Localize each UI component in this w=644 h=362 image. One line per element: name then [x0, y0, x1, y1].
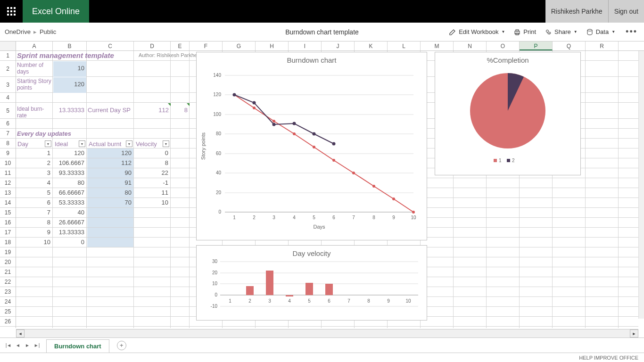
- breadcrumb-folder[interactable]: Public: [40, 28, 56, 35]
- svg-rect-5: [14, 10, 16, 12]
- row-header-22[interactable]: 22: [0, 277, 16, 287]
- filter-button[interactable]: ▼: [163, 140, 169, 147]
- tab-nav-next[interactable]: ►: [23, 343, 32, 348]
- svg-text:4: 4: [288, 298, 291, 304]
- burndown-chart[interactable]: Burndown chart 020406080100120140 123456…: [196, 52, 427, 240]
- column-header-G[interactable]: G: [223, 41, 256, 50]
- column-header-C[interactable]: C: [87, 41, 134, 50]
- data-button[interactable]: Data▼: [586, 28, 615, 36]
- row-header-14[interactable]: 14: [0, 198, 16, 208]
- row-header-12[interactable]: 12: [0, 178, 16, 188]
- add-sheet-button[interactable]: +: [117, 341, 126, 350]
- column-header-K[interactable]: K: [355, 41, 388, 50]
- column-header-A[interactable]: A: [16, 41, 53, 50]
- current-sp-label: Current Day SP: [88, 107, 131, 114]
- scroll-right-button[interactable]: ►: [630, 329, 638, 337]
- table-cell: 10: [134, 198, 170, 207]
- row-header-10[interactable]: 10: [0, 158, 16, 168]
- row-header-20[interactable]: 20: [0, 257, 16, 267]
- table-cell: 1: [17, 148, 52, 158]
- row-header-4[interactable]: 4: [0, 93, 16, 103]
- table-cell: 7: [17, 208, 52, 217]
- row-header-21[interactable]: 21: [0, 267, 16, 277]
- row-header-7[interactable]: 7: [0, 129, 16, 139]
- row-header-2[interactable]: 2: [0, 61, 16, 77]
- table-cell: 6: [17, 198, 52, 207]
- app-launcher-button[interactable]: [0, 0, 23, 23]
- row-header-13[interactable]: 13: [0, 188, 16, 198]
- row-header-25[interactable]: 25: [0, 307, 16, 317]
- more-button[interactable]: •••: [624, 27, 639, 37]
- bar-chart-svg: -100102030 12345678910: [197, 259, 427, 318]
- num-days-label: Number of days: [17, 62, 53, 75]
- filter-button[interactable]: ▼: [79, 140, 85, 147]
- cells-area[interactable]: Sprint management template Author: Rishi…: [16, 51, 644, 328]
- row-header-26[interactable]: 26: [0, 317, 16, 327]
- breadcrumb-root[interactable]: OneDrive: [5, 28, 31, 35]
- tab-nav-first[interactable]: |◄: [4, 343, 13, 348]
- vertical-scrollbar[interactable]: [638, 51, 644, 319]
- row-header-3[interactable]: 3: [0, 77, 16, 93]
- table-cell: 112: [87, 158, 133, 168]
- column-header-D[interactable]: D: [134, 41, 171, 50]
- signout-button[interactable]: Sign out: [608, 0, 644, 23]
- tab-nav-prev[interactable]: ◄: [13, 343, 23, 348]
- share-button[interactable]: Share▼: [545, 28, 578, 36]
- row-header-16[interactable]: 16: [0, 218, 16, 228]
- app-brand: Excel Online: [23, 0, 89, 23]
- row-header-27[interactable]: 27: [0, 327, 16, 328]
- scroll-left-button[interactable]: ◄: [16, 329, 25, 337]
- select-all-corner[interactable]: [0, 41, 16, 50]
- column-header-P[interactable]: P: [520, 41, 553, 50]
- horizontal-scrollbar[interactable]: ◄ ►: [16, 329, 638, 337]
- filter-button[interactable]: ▼: [126, 140, 132, 147]
- table-cell: 9: [17, 228, 52, 237]
- column-header-R[interactable]: R: [586, 41, 619, 50]
- sheet-tab-active[interactable]: Burndown chart: [46, 339, 109, 353]
- current-sp-value: 112: [135, 107, 170, 114]
- share-icon: [545, 28, 552, 36]
- column-header-Q[interactable]: Q: [553, 41, 586, 50]
- column-header-E[interactable]: E: [171, 41, 190, 50]
- row-header-23[interactable]: 23: [0, 287, 16, 297]
- row-header-18[interactable]: 18: [0, 238, 16, 247]
- svg-point-51: [392, 197, 395, 200]
- column-header-N[interactable]: N: [454, 41, 487, 50]
- column-header-H[interactable]: H: [256, 41, 289, 50]
- row-header-17[interactable]: 17: [0, 228, 16, 238]
- svg-point-47: [313, 146, 315, 148]
- user-menu-button[interactable]: Rishikesh Parkhe: [545, 0, 608, 23]
- row-header-19[interactable]: 19: [0, 247, 16, 257]
- row-header-9[interactable]: 9: [0, 148, 16, 158]
- tab-nav-last[interactable]: ►|: [32, 343, 41, 348]
- column-header-O[interactable]: O: [487, 41, 520, 50]
- svg-point-13: [549, 32, 551, 34]
- svg-text:7: 7: [347, 298, 350, 304]
- column-header-B[interactable]: B: [53, 41, 87, 50]
- row-header-24[interactable]: 24: [0, 297, 16, 307]
- row-header-5[interactable]: 5: [0, 103, 16, 119]
- velocity-bar-chart[interactable]: Day velocity -100102030 12345678910: [196, 245, 427, 321]
- row-header-6[interactable]: 6: [0, 119, 16, 129]
- column-header-M[interactable]: M: [421, 41, 454, 50]
- print-button[interactable]: Print: [513, 28, 536, 36]
- row-header-8[interactable]: 8: [0, 139, 16, 148]
- row-header-11[interactable]: 11: [0, 168, 16, 178]
- table-cell: -1: [134, 178, 170, 188]
- data-icon: [586, 28, 594, 36]
- column-header-L[interactable]: L: [388, 41, 421, 50]
- table-cell: 8: [17, 218, 52, 227]
- svg-text:3: 3: [268, 298, 271, 304]
- column-header-J[interactable]: J: [322, 41, 355, 50]
- column-header-I[interactable]: I: [289, 41, 322, 50]
- completion-pie-chart[interactable]: %Completion 1 2: [435, 52, 581, 175]
- edit-workbook-button[interactable]: Edit Workbook▼: [449, 28, 505, 36]
- svg-text:20: 20: [212, 270, 218, 275]
- row-header-15[interactable]: 15: [0, 208, 16, 218]
- svg-rect-7: [10, 14, 12, 16]
- help-improve-link[interactable]: HELP IMPROVE OFFICE: [579, 355, 638, 361]
- column-header-F[interactable]: F: [190, 41, 223, 50]
- row-header-1[interactable]: 1: [0, 51, 16, 61]
- filter-button[interactable]: ▼: [45, 140, 51, 147]
- svg-text:Story points: Story points: [200, 132, 206, 160]
